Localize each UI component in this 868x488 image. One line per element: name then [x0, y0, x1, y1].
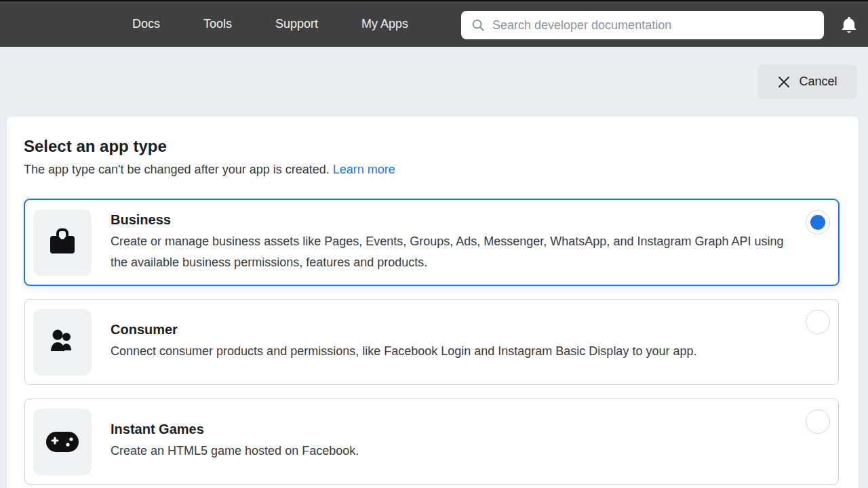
- radio-business[interactable]: [806, 210, 830, 235]
- app-type-card-consumer[interactable]: Consumer Connect consumer products and p…: [24, 299, 839, 385]
- app-type-card-instant-games[interactable]: Instant Games Create an HTML5 game hoste…: [24, 399, 839, 485]
- card-text-instant-games: Instant Games Create an HTML5 game hoste…: [111, 422, 359, 462]
- notifications-button[interactable]: [837, 13, 861, 37]
- gamepad-icon-tile: [33, 409, 92, 475]
- nav-item-tools[interactable]: Tools: [203, 17, 232, 31]
- card-title-business: Business: [111, 212, 797, 228]
- cancel-button[interactable]: Cancel: [757, 64, 857, 99]
- card-title-consumer: Consumer: [111, 322, 696, 338]
- nav-item-my-apps[interactable]: My Apps: [361, 17, 408, 31]
- nav-menu: Docs Tools Support My Apps: [132, 1, 408, 47]
- radio-consumer[interactable]: [806, 310, 830, 334]
- search-icon: [471, 18, 486, 33]
- briefcase-icon: [47, 228, 78, 258]
- briefcase-icon-tile: [33, 209, 92, 276]
- gamepad-icon: [45, 431, 79, 453]
- card-title-instant-games: Instant Games: [111, 422, 359, 437]
- card-text-consumer: Consumer Connect consumer products and p…: [111, 322, 696, 362]
- radio-instant-games[interactable]: [806, 409, 830, 434]
- close-icon: [777, 75, 791, 89]
- app-type-panel: Select an app type The app type can't be…: [7, 117, 859, 488]
- cancel-button-label: Cancel: [799, 75, 837, 89]
- people-icon-tile: [33, 309, 92, 375]
- card-description-instant-games: Create an HTML5 game hosted on Facebook.: [111, 441, 359, 462]
- subtitle-text: The app type can't be changed after your…: [24, 163, 330, 176]
- search-bar[interactable]: [461, 11, 824, 39]
- card-text-business: Business Create or manage business asset…: [111, 212, 797, 273]
- page-subtitle: The app type can't be changed after your…: [24, 163, 395, 177]
- card-description-consumer: Connect consumer products and permission…: [111, 341, 696, 362]
- people-icon: [47, 329, 78, 356]
- bell-icon: [839, 15, 859, 35]
- nav-item-support[interactable]: Support: [275, 17, 318, 31]
- top-navigation-bar: Docs Tools Support My Apps: [0, 0, 868, 47]
- nav-item-docs[interactable]: Docs: [132, 17, 160, 31]
- learn-more-link[interactable]: Learn more: [333, 163, 395, 176]
- app-type-card-business[interactable]: Business Create or manage business asset…: [24, 199, 839, 285]
- card-description-business: Create or manage business assets like Pa…: [111, 231, 797, 273]
- search-input[interactable]: [492, 18, 814, 33]
- page-title: Select an app type: [24, 137, 167, 156]
